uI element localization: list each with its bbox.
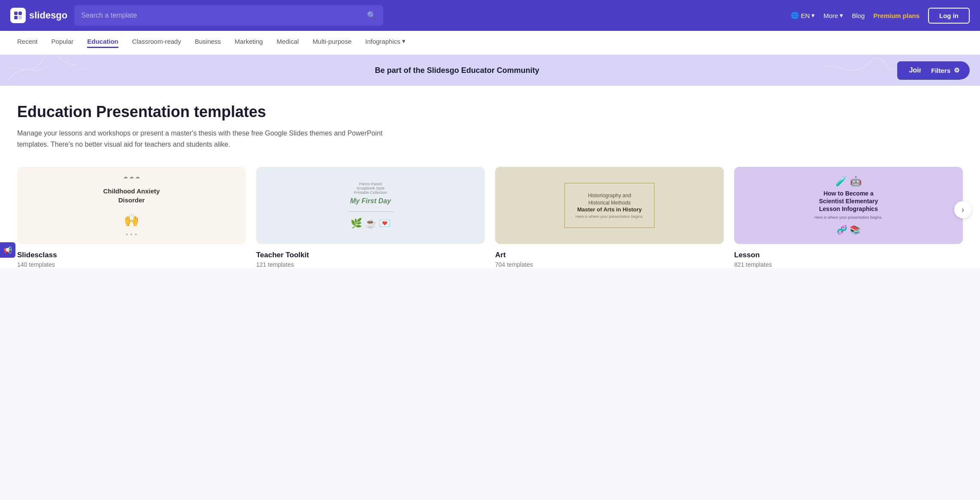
infographics-label: Infographics [365,38,400,45]
svg-rect-2 [14,16,18,19]
template-count-1: 140 templates [17,261,246,268]
template-card-slidesclass[interactable]: ☁ ☁ ☁ Childhood AnxietyDisorder 🙌 ✦ ✦ ✦ … [17,167,246,268]
template-card-teacher-toolkit[interactable]: Panno PastelScrapbook StylePrintable Col… [256,167,485,268]
tab-marketing[interactable]: Marketing [235,38,263,48]
tab-business[interactable]: Business [195,38,221,48]
logo[interactable]: slidesgo [10,8,67,23]
tab-popular[interactable]: Popular [51,38,74,48]
template-name-2: Teacher Toolkit [256,251,485,259]
nav-right: 🌐 EN ▾ More ▾ Blog Premium plans Log in [791,8,970,24]
premium-plans-link[interactable]: Premium plans [873,12,920,19]
template-thumb-1: ☁ ☁ ☁ Childhood AnxietyDisorder 🙌 ✦ ✦ ✦ [17,167,246,244]
navbar: slidesgo 🔍 🌐 EN ▾ More ▾ Blog Premium pl… [0,0,980,31]
tab-recent[interactable]: Recent [17,38,38,48]
template-thumb-4: 🧪 🤖 How to Become aScientist ElementaryL… [734,167,963,244]
logo-icon [10,8,26,23]
filters-button[interactable]: Filters ⚙ [921,61,970,79]
chevron-down-icon: ▾ [811,12,815,19]
educator-community-banner: Be part of the Slidesgo Educator Communi… [0,55,980,86]
template-name-1: Slidesclass [17,251,246,259]
search-bar[interactable]: 🔍 [74,5,383,26]
tab-medical[interactable]: Medical [277,38,299,48]
tab-infographics[interactable]: Infographics ▾ [365,37,405,48]
template-count-4: 821 templates [734,261,963,268]
template-card-lesson[interactable]: 🧪 🤖 How to Become aScientist ElementaryL… [734,167,963,268]
more-label: More [823,12,838,19]
templates-row: ☁ ☁ ☁ Childhood AnxietyDisorder 🙌 ✦ ✦ ✦ … [17,167,963,268]
filter-icon: ⚙ [954,66,959,74]
tab-multipurpose[interactable]: Multi-purpose [312,38,351,48]
login-button[interactable]: Log in [928,8,970,24]
page-description: Manage your lessons and workshops or pre… [17,128,403,150]
template-name-3: Art [495,251,724,259]
template-count-2: 121 templates [256,261,485,268]
template-thumb-3: Historiography andHistorical Methods Mas… [495,167,724,244]
filters-label: Filters [931,67,950,74]
page-title: Education Presentation templates [17,103,963,121]
language-selector[interactable]: 🌐 EN ▾ [791,12,815,19]
megaphone-button[interactable]: 📢 [0,242,15,258]
nav-tabs: Recent Popular Education Classroom-ready… [0,31,980,55]
tab-education[interactable]: Education [87,38,118,48]
tab-classroom[interactable]: Classroom-ready [132,38,181,48]
logo-text: slidesgo [29,10,67,21]
search-icon: 🔍 [367,11,376,20]
svg-rect-0 [14,12,18,15]
main-content: Education Presentation templates Manage … [0,86,980,268]
svg-rect-1 [18,12,22,15]
search-input[interactable] [81,12,363,19]
more-menu[interactable]: More ▾ [823,12,843,19]
template-card-art[interactable]: Historiography andHistorical Methods Mas… [495,167,724,268]
infographics-chevron-icon: ▾ [402,37,405,45]
svg-rect-3 [18,16,22,19]
globe-icon: 🌐 [791,12,799,19]
more-chevron-icon: ▾ [840,12,843,19]
template-count-3: 704 templates [495,261,724,268]
template-name-4: Lesson [734,251,963,259]
language-label: EN [801,12,810,19]
template-thumb-2: Panno PastelScrapbook StylePrintable Col… [256,167,485,244]
next-arrow-button[interactable]: › [954,201,971,218]
blog-link[interactable]: Blog [852,12,865,19]
banner-text: Be part of the Slidesgo Educator Communi… [375,66,539,75]
